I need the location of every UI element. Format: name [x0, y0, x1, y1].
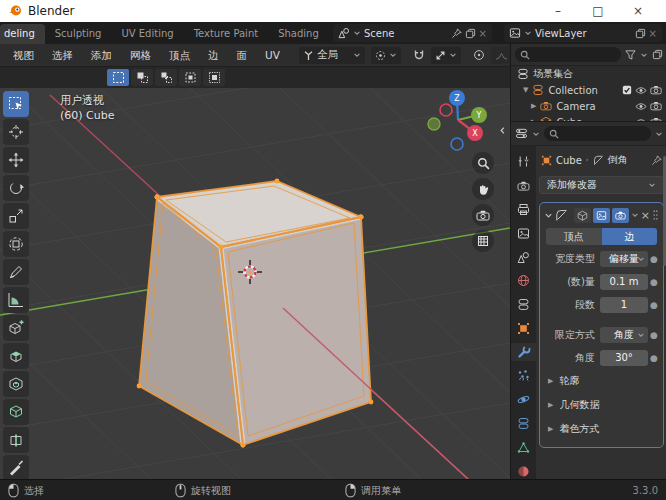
tool-rotate[interactable]: [3, 175, 29, 201]
section-geometry[interactable]: ▶ 几何数据: [543, 393, 660, 417]
workspace-tab-texture-paint[interactable]: Texture Paint: [184, 24, 269, 44]
tool-knife[interactable]: [3, 455, 29, 479]
workspace-tab-shading[interactable]: Shading: [268, 24, 329, 44]
menu-vertex[interactable]: 顶点: [160, 44, 199, 66]
minimize-button[interactable]: –: [538, 0, 578, 22]
modifier-extras-icon[interactable]: [631, 211, 639, 219]
amount-field[interactable]: 0.1 m: [600, 274, 648, 290]
snap-toggle[interactable]: [409, 47, 429, 64]
outliner-row-scene-collection[interactable]: 场景集合: [511, 66, 666, 82]
tab-particles[interactable]: [511, 367, 536, 385]
delete-scene-icon[interactable]: ×: [479, 28, 487, 39]
tab-collection[interactable]: [511, 296, 536, 314]
menu-add[interactable]: 添加: [82, 44, 121, 66]
maximize-button[interactable]: □: [578, 0, 618, 22]
tool-annotate[interactable]: [3, 259, 29, 285]
delete-viewlayer-icon[interactable]: ×: [649, 28, 657, 39]
navigation-gizmo[interactable]: Z Y X: [426, 88, 490, 152]
gizmo-neg-x[interactable]: [440, 104, 452, 116]
section-profile[interactable]: ▶ 轮廓: [543, 369, 660, 393]
close-button[interactable]: ×: [618, 0, 658, 22]
animate-dot[interactable]: ●: [648, 254, 660, 264]
affect-vertices-button[interactable]: 顶点: [546, 228, 602, 245]
expand-icon[interactable]: [544, 211, 553, 220]
select-mode-invert[interactable]: [179, 69, 201, 86]
expand-arrow-icon[interactable]: ▼: [523, 86, 528, 94]
disable-render-icon[interactable]: [650, 101, 662, 111]
menu-edge[interactable]: 边: [199, 44, 228, 66]
cube-object[interactable]: [137, 179, 374, 448]
width-type-dropdown[interactable]: 偏移量: [600, 251, 648, 267]
tool-bevel[interactable]: [3, 399, 29, 425]
tab-scene[interactable]: [511, 248, 536, 266]
tab-output[interactable]: [511, 201, 536, 219]
chevron-down-icon[interactable]: [655, 130, 663, 138]
tab-world[interactable]: [511, 272, 536, 290]
animate-dot[interactable]: ●: [648, 353, 660, 363]
menu-select[interactable]: 选择: [43, 44, 82, 66]
perspective-toggle-button[interactable]: [472, 230, 494, 252]
select-mode-extend[interactable]: [131, 69, 153, 86]
drag-handle-icon[interactable]: [652, 209, 659, 221]
hide-eye-icon[interactable]: [635, 86, 647, 95]
tab-modifiers[interactable]: [511, 343, 536, 361]
outliner-row-camera[interactable]: ▶ Camera: [511, 98, 666, 114]
workspace-tab-sculpting[interactable]: Sculpting: [45, 24, 112, 44]
affect-edges-button[interactable]: 边: [602, 228, 658, 245]
toggle-realtime-display[interactable]: [593, 208, 610, 223]
tool-move[interactable]: [3, 147, 29, 173]
checkbox-icon[interactable]: [622, 85, 632, 95]
snap-target-dropdown[interactable]: [431, 47, 461, 64]
hide-eye-icon[interactable]: [635, 102, 647, 111]
tool-cursor[interactable]: [3, 119, 29, 145]
collapse-arrow-icon[interactable]: ▶: [531, 102, 536, 110]
tool-add-cube[interactable]: [3, 315, 29, 341]
add-modifier-button[interactable]: 添加修改器: [539, 176, 664, 194]
menu-uv[interactable]: UV: [256, 44, 289, 66]
toggle-render-display[interactable]: [612, 208, 629, 223]
remove-modifier-icon[interactable]: ×: [641, 210, 650, 221]
filter-icon[interactable]: [625, 49, 636, 60]
toggle-edit-mode-display[interactable]: [574, 208, 591, 223]
angle-field[interactable]: 30°: [600, 350, 648, 366]
pan-button[interactable]: [472, 178, 494, 200]
select-mode-subtract[interactable]: [155, 69, 177, 86]
segments-field[interactable]: 1: [600, 297, 648, 313]
limit-method-dropdown[interactable]: 角度: [600, 327, 648, 343]
menu-mesh[interactable]: 网格: [121, 44, 160, 66]
gizmo-neg-y[interactable]: [428, 118, 440, 130]
select-mode-intersect[interactable]: [203, 69, 225, 86]
tab-view-layer[interactable]: [511, 224, 536, 242]
pin-icon[interactable]: [651, 155, 662, 166]
gizmo-neg-z[interactable]: [451, 138, 463, 150]
section-shading[interactable]: ▶ 着色方式: [543, 417, 660, 441]
animate-dot[interactable]: ●: [648, 300, 660, 310]
pin-icon[interactable]: [451, 28, 462, 39]
editor-type-icon[interactable]: [515, 127, 528, 140]
tool-select-box[interactable]: [3, 91, 29, 117]
animate-dot[interactable]: ●: [648, 330, 660, 340]
outliner-search-input[interactable]: [515, 47, 621, 62]
viewlayer-selector[interactable]: ViewLayer ×: [504, 24, 662, 42]
breadcrumb-modifier[interactable]: 倒角: [608, 153, 628, 167]
transform-orientation-dropdown[interactable]: 全局: [299, 47, 365, 64]
chevron-down-icon[interactable]: [640, 51, 648, 59]
tool-inset-faces[interactable]: [3, 371, 29, 397]
menu-view[interactable]: 视图: [4, 44, 43, 66]
menu-face[interactable]: 面: [228, 44, 257, 66]
viewport-3d[interactable]: 用户透视 (60) Cube Z Y X: [0, 88, 510, 479]
properties-search-input[interactable]: [544, 126, 651, 141]
animate-dot[interactable]: ●: [648, 277, 660, 287]
tool-extrude-region[interactable]: [3, 343, 29, 369]
tab-tool[interactable]: [511, 153, 536, 171]
tab-physics[interactable]: [511, 391, 536, 409]
sidebar-toggle[interactable]: [498, 126, 507, 135]
tab-render[interactable]: [511, 177, 536, 195]
zoom-button[interactable]: [472, 152, 494, 174]
chevron-down-icon[interactable]: [532, 130, 540, 138]
breadcrumb-object[interactable]: Cube: [556, 155, 582, 166]
workspace-tab-modeling[interactable]: deling: [0, 24, 45, 44]
tab-material[interactable]: [511, 462, 536, 480]
tool-transform[interactable]: [3, 231, 29, 257]
new-viewlayer-icon[interactable]: [635, 28, 646, 39]
